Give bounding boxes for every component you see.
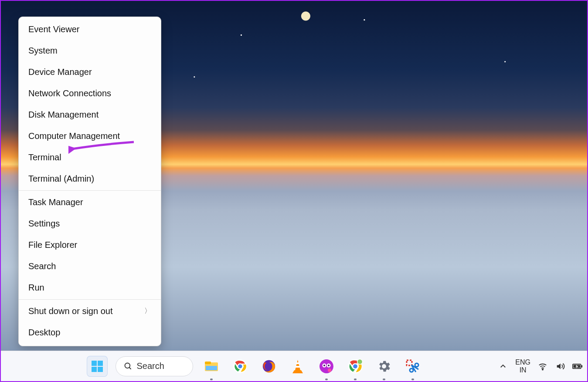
chrome-icon[interactable] xyxy=(230,356,251,377)
volume-icon[interactable] xyxy=(555,361,565,372)
menu-item-computer-management[interactable]: Computer Management xyxy=(19,125,161,147)
svg-rect-15 xyxy=(295,366,300,368)
menu-separator xyxy=(19,299,161,300)
vlc-icon[interactable] xyxy=(287,356,308,377)
menu-item-label: Settings xyxy=(28,219,60,229)
language-bottom: IN xyxy=(515,366,530,374)
windows-logo-icon xyxy=(91,360,103,372)
menu-item-label: Run xyxy=(28,283,44,293)
menu-item-label: Task Manager xyxy=(28,197,83,207)
menu-item-network-connections[interactable]: Network Connections xyxy=(19,83,161,104)
language-indicator[interactable]: ENG IN xyxy=(515,358,530,374)
svg-marker-31 xyxy=(557,363,561,369)
search-label: Search xyxy=(137,361,164,371)
svg-rect-27 xyxy=(407,360,412,365)
svg-line-5 xyxy=(129,367,131,369)
app-purple-icon[interactable] xyxy=(316,356,337,377)
menu-item-shutdown-signout[interactable]: Shut down or sign out 〉 xyxy=(19,301,161,322)
menu-item-label: Device Manager xyxy=(28,67,92,77)
chevron-up-icon xyxy=(499,362,507,370)
snipping-tool-icon[interactable] xyxy=(402,356,423,377)
menu-item-task-manager[interactable]: Task Manager xyxy=(19,192,161,213)
file-explorer-icon[interactable] xyxy=(201,356,222,377)
menu-item-terminal[interactable]: Terminal xyxy=(19,147,161,168)
menu-item-label: File Explorer xyxy=(28,240,77,250)
language-top: ENG xyxy=(515,358,530,366)
menu-item-settings[interactable]: Settings xyxy=(19,213,161,234)
start-button[interactable] xyxy=(87,356,108,377)
svg-rect-1 xyxy=(98,361,103,366)
battery-icon[interactable] xyxy=(572,361,583,372)
taskbar-search[interactable]: Search xyxy=(116,356,193,376)
svg-rect-3 xyxy=(98,367,103,372)
svg-rect-0 xyxy=(92,361,97,366)
menu-item-label: Search xyxy=(28,261,56,271)
svg-point-28 xyxy=(410,368,413,372)
svg-point-4 xyxy=(125,363,130,368)
svg-rect-8 xyxy=(206,366,217,370)
svg-rect-2 xyxy=(92,367,97,372)
svg-marker-16 xyxy=(292,370,303,373)
chrome-profile-icon[interactable] xyxy=(345,356,366,377)
svg-point-26 xyxy=(357,359,362,364)
menu-item-label: Disk Management xyxy=(28,110,99,120)
menu-item-file-explorer[interactable]: File Explorer xyxy=(19,234,161,256)
taskbar: Search ENG IN xyxy=(1,351,587,381)
menu-item-device-manager[interactable]: Device Manager xyxy=(19,61,161,83)
menu-item-desktop[interactable]: Desktop xyxy=(19,322,161,343)
menu-item-search[interactable]: Search xyxy=(19,256,161,277)
wifi-icon[interactable] xyxy=(537,361,548,372)
settings-icon[interactable] xyxy=(374,356,394,377)
svg-rect-33 xyxy=(581,365,583,367)
menu-item-label: Event Viewer xyxy=(28,24,79,34)
taskbar-center: Search xyxy=(87,351,423,381)
menu-item-terminal-admin[interactable]: Terminal (Admin) xyxy=(19,168,161,189)
svg-point-20 xyxy=(323,365,325,366)
taskbar-systray: ENG IN xyxy=(498,351,583,381)
svg-rect-7 xyxy=(205,362,211,364)
search-icon xyxy=(124,362,133,371)
svg-point-22 xyxy=(328,368,331,372)
chevron-right-icon: 〉 xyxy=(144,307,151,316)
svg-point-21 xyxy=(328,365,330,366)
menu-item-label: Desktop xyxy=(28,328,60,338)
menu-item-label: Terminal (Admin) xyxy=(28,174,94,184)
menu-item-label: Network Connections xyxy=(28,88,111,98)
menu-item-label: Computer Management xyxy=(28,131,120,141)
menu-item-label: System xyxy=(28,46,58,56)
quick-link-menu: Event Viewer System Device Manager Netwo… xyxy=(18,17,161,346)
svg-rect-14 xyxy=(296,362,299,364)
svg-marker-13 xyxy=(295,360,300,370)
tray-overflow-button[interactable] xyxy=(498,361,508,372)
menu-item-label: Shut down or sign out xyxy=(28,306,112,316)
menu-item-run[interactable]: Run xyxy=(19,277,161,298)
menu-separator xyxy=(19,190,161,191)
menu-item-label: Terminal xyxy=(28,152,61,162)
firefox-icon[interactable] xyxy=(258,356,279,377)
svg-point-29 xyxy=(415,363,418,367)
menu-item-system[interactable]: System xyxy=(19,40,161,61)
menu-item-disk-management[interactable]: Disk Management xyxy=(19,104,161,125)
svg-point-30 xyxy=(542,369,543,370)
menu-item-event-viewer[interactable]: Event Viewer xyxy=(19,19,161,40)
svg-point-17 xyxy=(319,359,333,373)
